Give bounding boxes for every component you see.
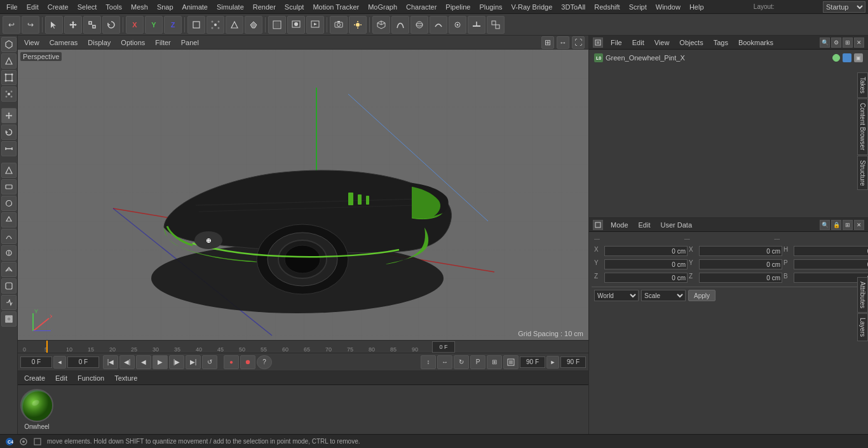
apply-button[interactable]: Apply: [688, 290, 715, 301]
attr-expand-icon[interactable]: ⊞: [843, 220, 853, 230]
attr-x-pos[interactable]: [604, 246, 688, 256]
snap-btn[interactable]: [503, 355, 519, 369]
menu-mograph[interactable]: MoGraph: [364, 2, 401, 12]
om-settings-icon[interactable]: ⚙: [831, 37, 841, 48]
menu-file[interactable]: File: [3, 2, 22, 12]
menu-vray[interactable]: V-Ray Bridge: [508, 2, 557, 12]
sidebar-tool-8[interactable]: [1, 278, 17, 294]
sidebar-edge-mode[interactable]: [1, 70, 17, 85]
current-frame-input[interactable]: [20, 356, 52, 368]
attr-menu-edit[interactable]: Edit: [636, 220, 653, 230]
prev-frame-btn[interactable]: ◄: [53, 356, 66, 369]
viewport-menu-options[interactable]: Options: [118, 37, 147, 48]
menu-mesh[interactable]: Mesh: [127, 2, 152, 12]
menu-help[interactable]: Help: [686, 2, 708, 12]
move-key-btn[interactable]: ↕: [421, 355, 436, 369]
viewport-menu-filter[interactable]: Filter: [153, 37, 173, 48]
step-fwd-btn[interactable]: |▶: [169, 355, 184, 369]
sidebar-tool-1[interactable]: [1, 163, 17, 178]
menu-snap[interactable]: Snap: [153, 2, 177, 12]
loop-btn[interactable]: ↺: [202, 355, 217, 369]
menu-redshift[interactable]: Redshift: [590, 2, 623, 12]
poly-mode-button[interactable]: [245, 16, 262, 34]
sidebar-move-tool[interactable]: [1, 108, 17, 123]
render-region-button[interactable]: [268, 16, 286, 34]
render-button[interactable]: [306, 16, 324, 34]
attr-y-pos[interactable]: [604, 259, 688, 269]
attr-lock-icon[interactable]: 🔒: [831, 220, 841, 230]
menu-animate[interactable]: Animate: [179, 2, 212, 12]
menu-tools[interactable]: Tools: [102, 2, 126, 12]
record-btn[interactable]: ●: [224, 355, 239, 369]
go-end-btn[interactable]: ▶|: [186, 355, 201, 369]
attr-close-icon[interactable]: ✕: [854, 220, 864, 230]
layout-dropdown[interactable]: Startup Standard: [823, 1, 865, 13]
timeline-frame-input[interactable]: [432, 341, 455, 353]
viewport-icon-3[interactable]: ⛶: [572, 36, 585, 49]
sidebar-tool-10[interactable]: [1, 311, 17, 327]
vtab-structure[interactable]: Structure: [857, 156, 868, 191]
menu-plugins[interactable]: Plugins: [475, 2, 506, 12]
material-thumbnail-0[interactable]: [20, 389, 53, 422]
attr-z-size[interactable]: [699, 273, 782, 283]
vtab-attributes[interactable]: Attributes: [857, 277, 868, 313]
sidebar-tool-2[interactable]: [1, 179, 17, 194]
end-frame-input[interactable]: [520, 356, 545, 368]
x-axis-button[interactable]: X: [126, 16, 144, 34]
rotate-tool-button[interactable]: [102, 16, 120, 34]
edge-mode-button[interactable]: [226, 16, 243, 34]
object-tag-0[interactable]: ▣: [854, 53, 863, 62]
rotate-key-btn[interactable]: ↻: [454, 355, 469, 369]
viewport-menu-display[interactable]: Display: [85, 37, 113, 48]
om-expand-icon[interactable]: ⊞: [843, 37, 853, 48]
sidebar-tool-4[interactable]: [1, 212, 17, 227]
menu-pipeline[interactable]: Pipeline: [442, 2, 474, 12]
menu-character[interactable]: Character: [402, 2, 440, 12]
camera-button[interactable]: [330, 16, 348, 34]
mat-menu-create[interactable]: Create: [22, 373, 48, 383]
help-btn[interactable]: ?: [257, 355, 272, 369]
viewport-icon-1[interactable]: ⊞: [541, 36, 554, 49]
sidebar-polygon-mode[interactable]: [1, 53, 17, 69]
attr-menu-mode[interactable]: Mode: [608, 220, 631, 230]
param-btn[interactable]: P: [470, 355, 485, 369]
menu-motion-tracker[interactable]: Motion Tracker: [309, 2, 363, 12]
scale-key-btn[interactable]: ↔: [437, 355, 452, 369]
om-menu-view[interactable]: View: [652, 37, 672, 48]
menu-edit[interactable]: Edit: [23, 2, 43, 12]
menu-3dtoall[interactable]: 3DToAll: [557, 2, 589, 12]
point-mode-button[interactable]: [207, 16, 224, 34]
sidebar-point-mode[interactable]: [1, 86, 17, 102]
attr-x-size[interactable]: [699, 246, 782, 256]
menu-simulate[interactable]: Simulate: [213, 2, 248, 12]
viewport-menu-panel[interactable]: Panel: [179, 37, 201, 48]
effector-button[interactable]: [449, 16, 466, 34]
scale-dropdown[interactable]: Scale: [641, 290, 686, 301]
nurbs-button[interactable]: [410, 16, 428, 34]
redo-button[interactable]: ↪: [22, 16, 39, 34]
preview-end-input[interactable]: [560, 356, 586, 368]
instance-button[interactable]: [487, 16, 505, 34]
object-vis-dot-0[interactable]: [832, 54, 840, 62]
undo-button[interactable]: ↩: [3, 16, 20, 34]
menu-create[interactable]: Create: [44, 2, 72, 12]
auto-key-btn[interactable]: ⏺: [240, 355, 255, 369]
render-view-button[interactable]: [287, 16, 305, 34]
play-back-btn[interactable]: ◀: [136, 355, 151, 369]
om-menu-objects[interactable]: Objects: [677, 37, 705, 48]
om-close-icon[interactable]: ✕: [854, 37, 864, 48]
step-back-btn[interactable]: ◀|: [119, 355, 135, 369]
om-menu-file[interactable]: File: [608, 37, 625, 48]
viewport-menu-cameras[interactable]: Cameras: [47, 37, 81, 48]
menu-select[interactable]: Select: [74, 2, 101, 12]
menu-script[interactable]: Script: [625, 2, 651, 12]
status-icon-object[interactable]: [33, 437, 42, 446]
attr-y-size[interactable]: [699, 259, 782, 269]
timeline-area[interactable]: 0 5 10 15 20 25 30 35 40 45 50 55 60 65 …: [18, 340, 588, 353]
attr-z-pos[interactable]: [604, 273, 688, 283]
light-button[interactable]: [349, 16, 367, 34]
mat-menu-texture[interactable]: Texture: [112, 373, 140, 383]
world-dropdown[interactable]: World: [594, 290, 639, 301]
om-search-icon[interactable]: 🔍: [820, 37, 830, 48]
attr-p-rot[interactable]: [794, 259, 868, 269]
